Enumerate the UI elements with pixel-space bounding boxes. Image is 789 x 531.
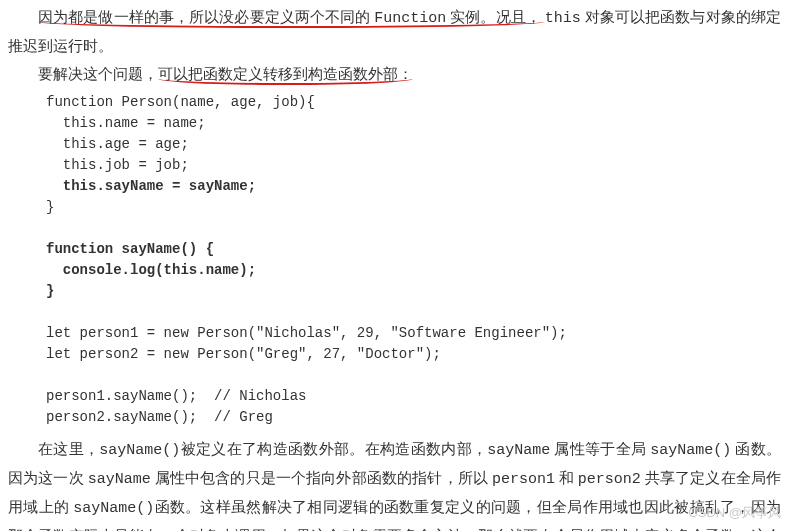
text: 和 [555, 470, 578, 486]
code-line-bold: } [46, 283, 54, 299]
code-line-bold: this.sayName = sayName; [46, 178, 256, 194]
underline-segment-1: 因为都是做一样的事，所以没必要定义两个不同的 Function 实例。况且， [38, 9, 545, 28]
code-inline: sayName [88, 471, 151, 488]
code-line: } [46, 199, 54, 215]
code-line: this.job = job; [46, 157, 189, 173]
code-inline: sayName [487, 442, 550, 459]
text: 在这里， [38, 441, 99, 457]
code-line-bold: console.log(this.name); [46, 262, 256, 278]
code-line: person2.sayName(); // Greg [46, 409, 273, 425]
code-line: this.age = age; [46, 136, 189, 152]
paragraph-1: 因为都是做一样的事，所以没必要定义两个不同的 Function 实例。况且， t… [8, 4, 781, 61]
text: 被定义在了构造函数外部。在构造函数内部， [180, 441, 487, 457]
code-line: person1.sayName(); // Nicholas [46, 388, 306, 404]
code-line: this.name = name; [46, 115, 206, 131]
code-inline: person2 [578, 471, 641, 488]
text: 属性等于全局 [550, 441, 650, 457]
code-inline: sayName() [73, 500, 154, 517]
watermark: CSDN @风筝风 [688, 501, 781, 525]
code-inline-function: Function [374, 10, 446, 27]
text: 属性中包含的只是一个指向外部函数的指针，所以 [151, 470, 492, 486]
code-line: let person2 = new Person("Greg", 27, "Do… [46, 346, 441, 362]
paragraph-3: 在这里，sayName()被定义在了构造函数外部。在构造函数内部，sayName… [8, 436, 781, 531]
code-line-bold: function sayName() { [46, 241, 214, 257]
text: 实例。况且， [446, 9, 541, 25]
code-inline-this: this [545, 10, 581, 27]
code-line: let person1 = new Person("Nicholas", 29,… [46, 325, 567, 341]
text: 要解决这个问题， [38, 66, 158, 82]
code-inline: sayName() [650, 442, 731, 459]
code-line: function Person(name, age, job){ [46, 94, 315, 110]
code-inline: sayName() [99, 442, 180, 459]
text: 因为都是做一样的事，所以没必要定义两个不同的 [38, 9, 374, 25]
code-block: function Person(name, age, job){ this.na… [8, 88, 781, 436]
code-inline: person1 [492, 471, 555, 488]
paragraph-2: 要解决这个问题，可以把函数定义转移到构造函数外部： [8, 61, 781, 89]
underline-segment-2: 可以把函数定义转移到构造函数外部： [158, 66, 413, 85]
